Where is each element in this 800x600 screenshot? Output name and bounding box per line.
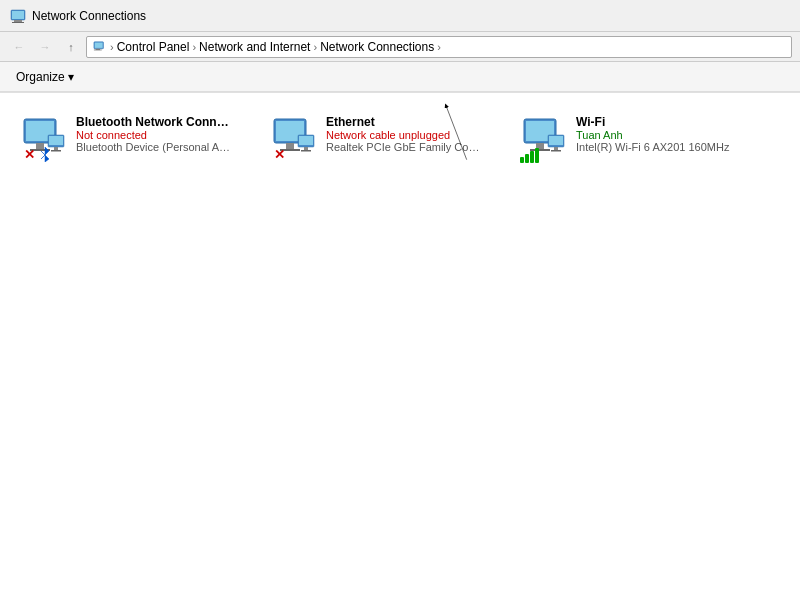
window-icon: [10, 8, 26, 24]
back-button[interactable]: ←: [8, 36, 30, 58]
toolbar: Organize ▾: [0, 62, 800, 92]
organize-button[interactable]: Organize ▾: [10, 68, 80, 86]
svg-rect-5: [95, 42, 103, 47]
address-bar[interactable]: › Control Panel › Network and Internet ›…: [86, 36, 792, 58]
address-icon: [93, 40, 107, 54]
ethernet-connection-item[interactable]: ✕ Ethernet Network cable unplugged Realt…: [266, 109, 486, 169]
svg-rect-18: [286, 143, 294, 149]
svg-rect-21: [299, 136, 313, 145]
nav-bar: ← → ↑ › Control Panel › Network and Inte…: [0, 32, 800, 62]
svg-rect-31: [551, 150, 561, 152]
bluetooth-desc: Bluetooth Device (Personal Area ...: [76, 141, 232, 153]
ethernet-error-badge: ✕: [270, 145, 288, 163]
title-bar: Network Connections: [0, 0, 800, 32]
wifi-network-icon: [520, 115, 568, 163]
bluetooth-connection-item[interactable]: ✕ Bluetooth Network Connection Not conne…: [16, 109, 236, 169]
svg-rect-29: [549, 136, 563, 145]
ethernet-status: Network cable unplugged: [326, 129, 482, 141]
svg-rect-23: [301, 150, 311, 152]
ethernet-network-icon: ✕: [270, 115, 318, 163]
svg-rect-22: [304, 147, 308, 150]
svg-rect-1: [12, 11, 24, 19]
ethernet-name: Ethernet: [326, 115, 482, 129]
svg-rect-13: [49, 136, 63, 145]
wifi-connection-item[interactable]: Wi-Fi Tuan Anh Intel(R) Wi-Fi 6 AX201 16…: [516, 109, 736, 169]
bluetooth-symbol: [36, 145, 54, 163]
content-area: ✕ Bluetooth Network Connection Not conne…: [0, 93, 800, 185]
up-button[interactable]: ↑: [60, 36, 82, 58]
svg-rect-30: [554, 147, 558, 150]
wifi-info: Wi-Fi Tuan Anh Intel(R) Wi-Fi 6 AX201 16…: [576, 115, 732, 153]
svg-rect-14: [54, 147, 58, 150]
ethernet-desc: Realtek PCIe GbE Family Controller: [326, 141, 482, 153]
wifi-desc: Intel(R) Wi-Fi 6 AX201 160MHz: [576, 141, 732, 153]
breadcrumb-control-panel[interactable]: Control Panel: [117, 40, 190, 54]
wifi-name: Wi-Fi: [576, 115, 732, 129]
svg-rect-2: [14, 20, 22, 22]
bluetooth-name: Bluetooth Network Connection: [76, 115, 232, 129]
organize-label: Organize: [16, 70, 65, 84]
svg-rect-7: [94, 49, 102, 50]
ethernet-info: Ethernet Network cable unplugged Realtek…: [326, 115, 482, 153]
bluetooth-info: Bluetooth Network Connection Not connect…: [76, 115, 232, 153]
breadcrumb-network-internet[interactable]: Network and Internet: [199, 40, 310, 54]
forward-button[interactable]: →: [34, 36, 56, 58]
window-title: Network Connections: [32, 9, 146, 23]
bluetooth-network-icon: ✕: [20, 115, 68, 163]
bluetooth-status: Not connected: [76, 129, 232, 141]
wifi-status: Tuan Anh: [576, 129, 732, 141]
breadcrumb-network-connections[interactable]: Network Connections: [320, 40, 434, 54]
organize-dropdown-icon: ▾: [68, 70, 74, 84]
svg-rect-3: [12, 22, 24, 23]
